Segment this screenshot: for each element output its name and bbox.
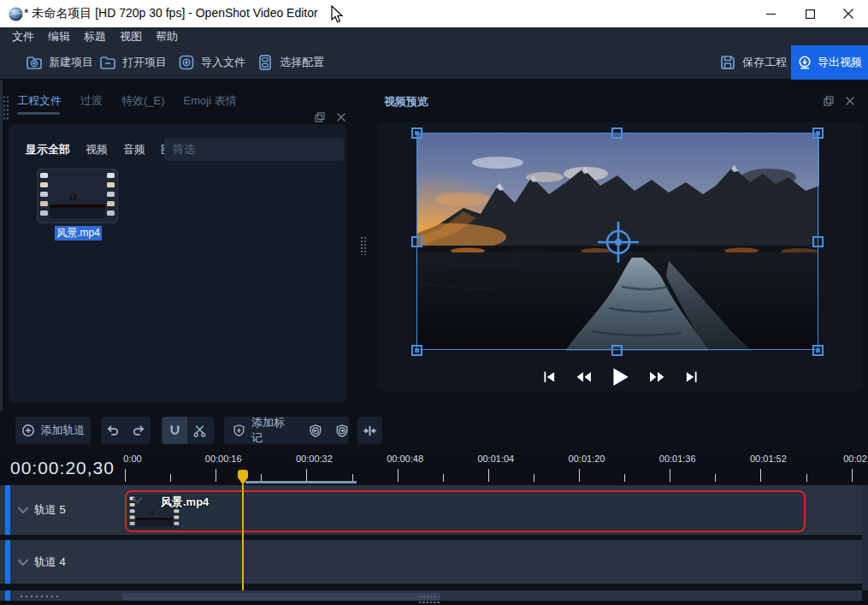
track-row-4: 轨道 4 [0,540,862,584]
ruler-label: 00:00:48 [387,454,423,464]
razor-tool-button[interactable] [187,417,212,444]
filter-input[interactable] [164,138,344,161]
ruler-scale[interactable]: 0:0000:00:1600:00:3200:00:4800:01:0400:0… [0,452,868,484]
preview-panel-controls [824,96,855,106]
clip-name-label: 风景.mp4 [161,495,209,510]
left-edge [0,80,3,411]
minimize-button[interactable] [751,0,790,27]
resize-handle-top-right[interactable] [812,128,824,139]
filter-audio[interactable]: 音频 [123,142,145,157]
ruler-tick-minor [624,474,625,482]
track-collapse-chevron[interactable] [17,507,29,514]
open-project-icon [99,54,116,71]
tab-transitions[interactable]: 过渡 [80,93,103,109]
new-project-icon [26,54,43,71]
jump-end-button[interactable] [685,371,698,383]
filter-show-all[interactable]: 显示全部 [26,142,70,157]
close-panel-icon[interactable] [845,96,855,106]
resize-grip[interactable] [418,601,440,604]
play-button[interactable] [611,367,629,387]
open-project-button[interactable]: 打开项目 [99,45,167,80]
undo-button[interactable] [101,417,126,444]
timeline-toolbar: 添加轨道 添加标记 [0,411,868,452]
tracks-area: 轨道 5 风景.mp4 轨道 4 [0,484,868,605]
resize-handle-mid-right[interactable] [812,236,824,247]
playhead-marker[interactable] [236,469,250,485]
center-playhead-button[interactable] [357,417,382,444]
vertical-scrollbar[interactable] [862,485,868,590]
previous-marker-button[interactable] [309,424,322,438]
active-tab-indicator [17,112,60,115]
track-3-clipped-label [19,595,58,598]
files-panel-tabs: 工程文件 过渡 特效(_E) Emoji 表情 [17,93,237,109]
export-video-button[interactable]: 导出视频 [791,45,868,80]
menu-edit[interactable]: 编辑 [48,29,70,44]
transform-crosshair[interactable] [594,218,642,266]
add-marker-icon[interactable] [233,424,245,437]
menu-help[interactable]: 帮助 [156,29,178,44]
horizontal-scrollbar-thumb[interactable] [122,593,440,601]
tab-effects[interactable]: 特效(_E) [121,93,165,109]
file-item[interactable]: 风景.mp4 [28,169,127,246]
redo-icon [131,424,145,437]
timeline-clip[interactable]: 风景.mp4 [125,490,806,532]
choose-profile-label: 选择配置 [280,55,324,70]
maximize-button[interactable] [790,0,830,27]
file-thumbnail [37,169,118,223]
playhead-line[interactable] [242,484,244,590]
save-project-button[interactable]: 保存工程 [719,45,787,80]
save-icon [719,54,736,71]
import-files-button[interactable]: 导入文件 [178,45,245,80]
rewind-button[interactable] [576,371,592,383]
resize-handle-top-center[interactable] [611,128,623,139]
cache-indicator [245,481,357,483]
ruler-tick-major [488,469,489,482]
ruler-tick-major [216,469,216,482]
track-color-bar [5,485,10,535]
track-name: 轨道 5 [34,502,66,518]
menubar: 文件 编辑 标题 视图 帮助 [0,27,868,45]
menu-file[interactable]: 文件 [12,29,34,44]
resize-handle-top-left[interactable] [411,128,422,139]
ruler-tick-minor [715,474,716,482]
close-button[interactable] [829,0,868,27]
resize-handle-bottom-right[interactable] [812,345,824,356]
ruler-label: 00:01:20 [569,454,605,464]
track-name: 轨道 4 [34,555,66,570]
ruler-label: 00:00:16 [205,454,242,464]
jump-start-button[interactable] [543,371,556,383]
ruler-tick-minor [806,474,807,482]
snapping-toggle-button[interactable] [162,417,187,444]
timeline-ruler[interactable]: 00:00:20,30 0:0000:00:1600:00:3200:00:48… [0,452,868,484]
next-marker-button[interactable] [335,424,349,438]
add-track-button[interactable]: 添加轨道 [15,417,91,444]
scrollbar-grip [419,596,436,598]
resize-handle-bottom-left[interactable] [411,345,422,356]
redo-button[interactable] [126,417,151,444]
resize-handle-mid-left[interactable] [411,236,422,247]
window-title: * 未命名项目 [HD 720p 30 fps] - OpenShot Vide… [24,6,318,21]
resize-handle-bottom-center[interactable] [611,345,623,356]
float-panel-icon[interactable] [824,96,834,106]
float-panel-icon[interactable] [315,112,325,122]
titlebar[interactable]: * 未命名项目 [HD 720p 30 fps] - OpenShot Vide… [0,0,868,27]
track-collapse-chevron[interactable] [17,558,29,566]
choose-profile-button[interactable]: 选择配置 [257,45,324,80]
tab-emoji[interactable]: Emoji 表情 [184,93,237,109]
ruler-label: 00:01:36 [659,454,696,464]
panel-splitter-handle[interactable] [360,236,366,255]
main-area: 工程文件 过渡 特效(_E) Emoji 表情 显示全部 视频 音频 图像 风景… [0,80,868,411]
add-marker-label[interactable]: 添加标记 [251,415,292,446]
filter-video[interactable]: 视频 [86,142,108,157]
menu-view[interactable]: 视图 [120,29,142,44]
menu-title[interactable]: 标题 [84,29,106,44]
ruler-tick-major [398,469,399,482]
file-name-label: 风景.mp4 [55,226,102,240]
clip-menu-chevron[interactable] [132,496,143,504]
tab-project-files[interactable]: 工程文件 [17,93,62,109]
ruler-tick-major [852,469,853,482]
close-panel-icon[interactable] [336,112,346,122]
fast-forward-button[interactable] [649,371,665,383]
new-project-button[interactable]: 新建项目 [26,45,93,80]
track-color-bar [5,590,10,601]
